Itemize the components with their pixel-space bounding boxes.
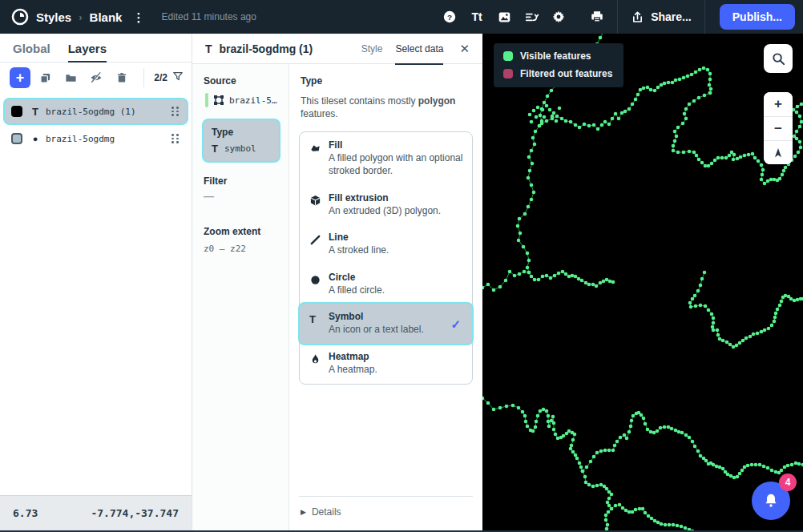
- breadcrumb-styles[interactable]: Styles: [36, 10, 71, 24]
- notifications-badge: 4: [779, 474, 797, 491]
- breadcrumb-style-name[interactable]: Blank: [90, 10, 123, 24]
- tab-select-data[interactable]: Select data: [395, 34, 443, 65]
- filter-funnel-icon[interactable]: [172, 71, 184, 85]
- filter-value: —: [204, 190, 280, 202]
- layer-name: brazil-5ogdmg (1): [46, 107, 168, 117]
- type-option-fill[interactable]: Fill A filled polygon with an optional s…: [300, 132, 472, 184]
- help-icon[interactable]: ?: [436, 5, 463, 29]
- top-navbar: Styles › Blank ⋮ Edited 11 minutes ago ?…: [0, 0, 803, 34]
- legend-visible-label: Visible features: [520, 50, 591, 62]
- zoom-level-value: 6.73: [13, 507, 38, 519]
- details-triangle-icon: ▶: [301, 508, 306, 516]
- type-option-symbol[interactable]: T Symbol An icon or a text label. ✓: [300, 304, 472, 344]
- type-section: Type This tileset contains mostly polygo…: [289, 64, 482, 530]
- type-option-line[interactable]: Line A stroked line.: [300, 224, 472, 264]
- fill-extrusion-icon: [309, 192, 329, 209]
- symbol-type-icon: T: [28, 106, 42, 118]
- layer-color-swatch: [11, 133, 22, 144]
- filter-label: Filter: [204, 175, 280, 187]
- coordinates-value: -7.774,-37.747: [91, 507, 179, 519]
- tab-global[interactable]: Global: [13, 42, 50, 62]
- symbol-type-icon: T: [205, 42, 212, 55]
- panel-title: brazil-5ogdmg (1): [220, 42, 313, 55]
- mapbox-logo[interactable]: [11, 8, 29, 26]
- share-icon: [631, 10, 644, 24]
- close-icon[interactable]: ✕: [456, 40, 473, 58]
- settings-gear-icon[interactable]: [545, 5, 572, 29]
- compass-button[interactable]: [764, 140, 793, 164]
- circle-type-icon: ●: [28, 134, 42, 143]
- hide-layer-eye-slash-icon[interactable]: [85, 67, 107, 88]
- source-label: Source: [204, 75, 280, 87]
- heatmap-flame-icon: [309, 351, 329, 368]
- source-name: brazil-5…: [229, 95, 277, 106]
- map-legend: Visible features Filtered out features: [494, 43, 623, 87]
- style-menu-kebab-icon[interactable]: ⋮: [129, 11, 147, 23]
- layers-toolbar: +: [0, 62, 192, 93]
- tab-layers[interactable]: Layers: [68, 42, 107, 62]
- type-options-list: Fill A filled polygon with an optional s…: [299, 131, 473, 384]
- tab-style[interactable]: Style: [361, 34, 383, 65]
- sidebar-tabs: Global Layers: [0, 34, 192, 62]
- add-layer-button[interactable]: +: [10, 67, 30, 88]
- panel-header: T brazil-5ogdmg (1) Style Select data ✕: [192, 34, 482, 64]
- zoom-out-button[interactable]: −: [764, 116, 793, 140]
- zoom-extent-value: z0 – z22: [204, 244, 280, 254]
- panel-side-nav: Source brazil-5… Type: [192, 64, 289, 530]
- drag-handle-icon[interactable]: [168, 103, 182, 119]
- layer-name: brazil-5ogdmg: [46, 134, 168, 144]
- mapbox-studio-app: Styles › Blank ⋮ Edited 11 minutes ago ?…: [0, 0, 803, 532]
- bell-icon: [762, 492, 780, 510]
- zoom-extent-label: Zoom extent: [204, 226, 280, 237]
- history-icon[interactable]: [518, 5, 545, 29]
- type-label: Type: [212, 127, 271, 138]
- type-value: symbol: [224, 143, 256, 154]
- legend-filtered-dot: [503, 69, 513, 79]
- details-label: Details: [312, 506, 341, 518]
- zoom-extent-nav-item[interactable]: Zoom extent z0 – z22: [204, 226, 280, 254]
- type-section-heading: Type: [301, 75, 473, 87]
- details-toggle[interactable]: ▶ Details: [299, 496, 473, 522]
- navbar-divider: [617, 0, 618, 34]
- selected-check-icon: ✓: [446, 311, 464, 332]
- search-icon: [771, 51, 786, 66]
- zoom-in-button[interactable]: +: [764, 92, 793, 116]
- source-color-bar: [205, 93, 208, 107]
- share-button[interactable]: Share...: [624, 10, 698, 24]
- print-icon[interactable]: [583, 5, 611, 29]
- type-option-fill-extrusion[interactable]: Fill extrusion An extruded (3D) polygon.: [300, 185, 472, 225]
- group-folder-icon[interactable]: [59, 67, 82, 88]
- compass-arrow-icon: [772, 147, 785, 159]
- tileset-description: This tileset contains mostly polygon fea…: [301, 95, 471, 120]
- drag-handle-icon[interactable]: [168, 131, 182, 147]
- navbar-divider: [704, 0, 705, 34]
- svg-text:?: ?: [447, 13, 452, 22]
- polygon-source-icon: [213, 95, 224, 106]
- legend-visible-dot: [503, 51, 513, 61]
- map-canvas[interactable]: [482, 34, 803, 530]
- map-viewport[interactable]: Visible features Filtered out features +…: [482, 34, 803, 530]
- layers-sidebar: Global Layers +: [0, 34, 192, 530]
- type-nav-card[interactable]: Type T symbol: [204, 120, 279, 161]
- map-statusbar: 6.73 -7.774,-37.747: [0, 495, 192, 530]
- layer-color-swatch: [11, 106, 22, 117]
- breadcrumb-separator-icon: ›: [79, 11, 82, 23]
- line-icon: [309, 232, 329, 248]
- images-icon[interactable]: [490, 5, 518, 29]
- map-search-button[interactable]: [764, 44, 793, 73]
- filter-nav-item[interactable]: Filter —: [204, 175, 280, 202]
- source-selector[interactable]: brazil-5…: [205, 93, 280, 107]
- duplicate-layer-icon[interactable]: [34, 67, 56, 88]
- type-option-circle[interactable]: Circle A filled circle.: [300, 264, 472, 304]
- symbol-type-icon: T: [212, 143, 218, 155]
- layer-row-circle[interactable]: ● brazil-5ogdmg: [5, 127, 187, 151]
- layer-properties-panel: T brazil-5ogdmg (1) Style Select data ✕ …: [192, 34, 482, 530]
- publish-button[interactable]: Publish...: [720, 4, 795, 30]
- type-option-heatmap[interactable]: Heatmap A heatmap.: [300, 344, 472, 384]
- circle-icon: [309, 272, 329, 288]
- layer-counter: 2/2: [154, 72, 167, 83]
- fill-icon: [309, 139, 329, 156]
- fonts-icon[interactable]: Tt: [463, 5, 490, 29]
- delete-layer-trash-icon[interactable]: [111, 67, 133, 88]
- layer-row-symbol[interactable]: T brazil-5ogdmg (1): [5, 99, 187, 123]
